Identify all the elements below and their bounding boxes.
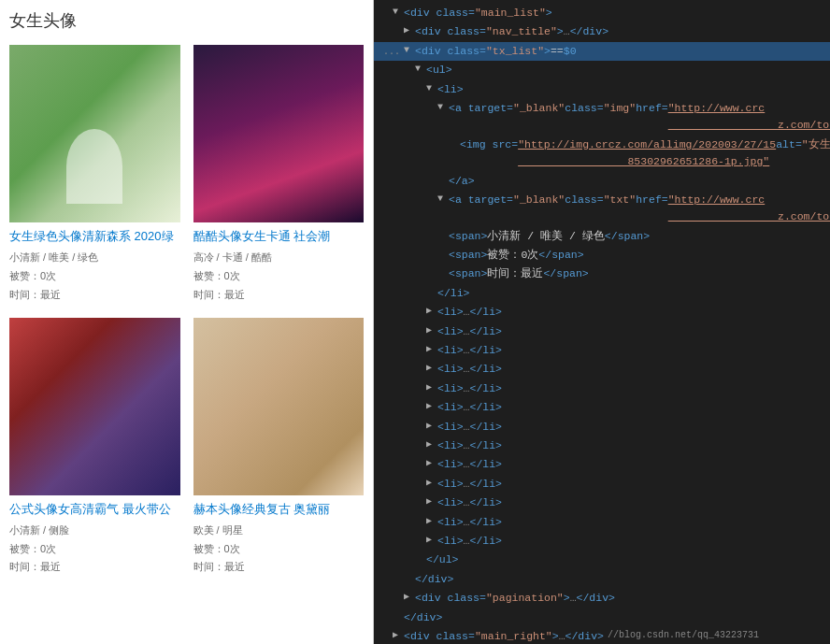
devtools-line-4[interactable]: ▼ <ul>: [374, 61, 830, 79]
devtools-li-9[interactable]: ▶ <li>…</li>: [374, 436, 830, 455]
card-1-likes: 被赞：0次: [9, 267, 180, 286]
card-4-tags: 欧美 / 明星: [193, 522, 365, 540]
devtools-line-2[interactable]: ▶ <div class="nav_title">…</div>: [374, 22, 830, 41]
devtools-li-11[interactable]: ▶ <li>…</li>: [374, 475, 830, 494]
devtools-line-10: <span>小清新 / 唯美 / 绿色</span>: [374, 227, 830, 246]
card-4-image[interactable]: [193, 318, 365, 495]
card-2-tags: 高冷 / 卡通 / 酷酷: [193, 249, 365, 267]
expand-arrow-7: [449, 136, 458, 151]
card-3-likes: 被赞：0次: [9, 540, 180, 559]
devtools-line-13: </li>: [374, 284, 830, 303]
devtools-line-3[interactable]: ... ▼ <div class="tx_list"> == $0: [374, 42, 830, 61]
devtools-li-10[interactable]: ▶ <li>…</li>: [374, 455, 830, 474]
expand-arrow-9[interactable]: ▼: [437, 192, 447, 207]
devtools-li-5[interactable]: ▶ <li>…</li>: [374, 360, 830, 379]
card-4-meta: 欧美 / 明星 被赞：0次 时间：最近: [193, 522, 365, 577]
devtools-li-2[interactable]: ▶ <li>…</li>: [374, 303, 830, 322]
left-panel: 女生头像 女生绿色头像清新森系 2020绿 小清新 / 唯美 / 绿色 被赞：0…: [0, 0, 374, 644]
expand-arrow-4[interactable]: ▼: [415, 62, 424, 77]
expand-arrow-6[interactable]: ▼: [437, 100, 447, 115]
expand-arrow-3[interactable]: ▼: [404, 43, 413, 58]
card-2-title[interactable]: 酷酷头像女生卡通 社会潮: [193, 228, 365, 245]
devtools-li-13[interactable]: ▶ <li>…</li>: [374, 513, 830, 532]
card-2-likes: 被赞：0次: [193, 267, 365, 286]
card-2-meta: 高冷 / 卡通 / 酷酷 被赞：0次 时间：最近: [193, 249, 365, 304]
card-1-title[interactable]: 女生绿色头像清新森系 2020绿: [9, 228, 180, 245]
card-4-time: 时间：最近: [193, 558, 365, 577]
tag-div-main-list: <div class=: [404, 5, 475, 21]
devtools-line-9[interactable]: ▼ <a target="_blank" class="txt" href="h…: [374, 191, 830, 227]
expand-arrow-2[interactable]: ▶: [404, 23, 413, 38]
card-3-time: 时间：最近: [9, 558, 180, 577]
dots-indicator: ...: [383, 45, 400, 60]
devtools-li-14[interactable]: ▶ <li>…</li>: [374, 532, 830, 551]
card-3-tags: 小清新 / 侧脸: [9, 522, 180, 540]
devtools-li-8[interactable]: ▶ <li>…</li>: [374, 418, 830, 436]
devtools-close-div-1: </div>: [374, 570, 830, 589]
card-1-image[interactable]: [9, 45, 180, 222]
expand-arrow-5[interactable]: ▼: [426, 81, 436, 96]
card-1-tags: 小清新 / 唯美 / 绿色: [9, 249, 180, 267]
card-1-meta: 小清新 / 唯美 / 绿色 被赞：0次 时间：最近: [9, 249, 180, 304]
devtools-li-7[interactable]: ▶ <li>…</li>: [374, 398, 830, 417]
card-1-time: 时间：最近: [9, 286, 180, 305]
devtools-line-5[interactable]: ▼ <li>: [374, 80, 830, 99]
card-4-likes: 被赞：0次: [193, 540, 365, 559]
devtools-line-6[interactable]: ▼ <a target="_blank" class="img" href="h…: [374, 99, 830, 136]
card-2-image[interactable]: [193, 45, 365, 222]
devtools-close-div-2: </div>: [374, 608, 830, 627]
page-title: 女生头像: [9, 9, 364, 32]
card-3[interactable]: 公式头像女高清霸气 最火带公 小清新 / 侧脸 被赞：0次 时间：最近: [9, 318, 180, 578]
card-3-title[interactable]: 公式头像女高清霸气 最火带公: [9, 501, 180, 518]
devtools-line-7[interactable]: <img src="http://img.crcz.com/allimg/202…: [374, 136, 830, 172]
devtools-li-6[interactable]: ▶ <li>…</li>: [374, 379, 830, 398]
expand-arrow-8: [437, 173, 447, 188]
csdn-watermark: //blog.csdn.net/qq_43223731: [608, 628, 759, 643]
devtools-line-12: <span>时间：最近</span>: [374, 265, 830, 283]
devtools-li-4[interactable]: ▶ <li>…</li>: [374, 341, 830, 360]
devtools-line-8: </a>: [374, 172, 830, 191]
devtools-pagination[interactable]: ▶ <div class="pagination">…</div>: [374, 589, 830, 608]
card-3-meta: 小清新 / 侧脸 被赞：0次 时间：最近: [9, 522, 180, 577]
expand-arrow-1[interactable]: ▼: [393, 5, 402, 20]
card-4[interactable]: 赫本头像经典复古 奥黛丽 欧美 / 明星 被赞：0次 时间：最近: [193, 318, 365, 578]
card-2[interactable]: 酷酷头像女生卡通 社会潮 高冷 / 卡通 / 酷酷 被赞：0次 时间：最近: [193, 45, 365, 305]
card-3-image[interactable]: [9, 318, 180, 495]
card-2-time: 时间：最近: [193, 286, 365, 305]
devtools-close-ul: </ul>: [374, 551, 830, 569]
devtools-li-12[interactable]: ▶ <li>…</li>: [374, 494, 830, 512]
card-1[interactable]: 女生绿色头像清新森系 2020绿 小清新 / 唯美 / 绿色 被赞：0次 时间：…: [9, 45, 180, 305]
devtools-line-1[interactable]: ▼ <div class="main_list">: [374, 4, 830, 22]
devtools-li-3[interactable]: ▶ <li>…</li>: [374, 322, 830, 341]
image-grid: 女生绿色头像清新森系 2020绿 小清新 / 唯美 / 绿色 被赞：0次 时间：…: [9, 45, 364, 577]
card-4-title[interactable]: 赫本头像经典复古 奥黛丽: [193, 501, 365, 518]
devtools-main-right[interactable]: ▶ <div class="main_right">…</div> //blog…: [374, 627, 830, 644]
devtools-panel: ▼ <div class="main_list"> ▶ <div class="…: [374, 0, 830, 644]
devtools-line-11: <span>被赞：0次</span>: [374, 246, 830, 265]
